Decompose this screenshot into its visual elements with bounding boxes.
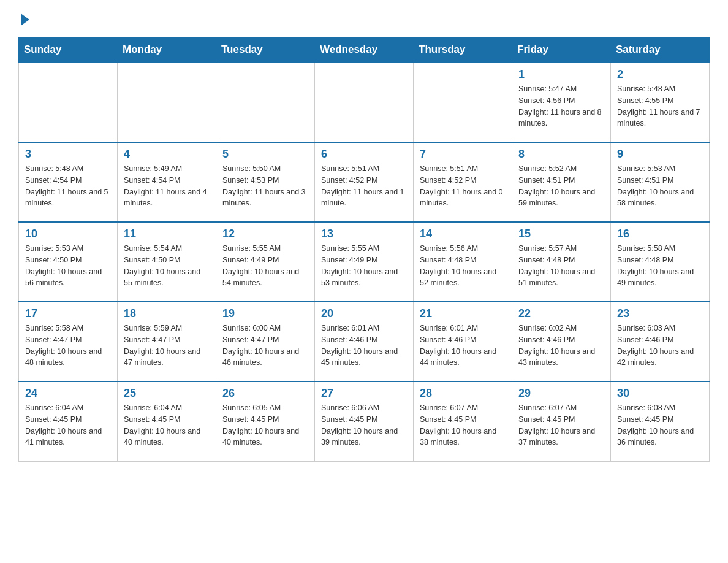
day-number: 22 — [518, 307, 605, 320]
weekday-header-sunday: Sunday — [19, 37, 118, 63]
calendar-cell: 28Sunrise: 6:07 AM Sunset: 4:45 PM Dayli… — [414, 381, 512, 461]
week-row-1: 1Sunrise: 5:47 AM Sunset: 4:56 PM Daylig… — [19, 63, 710, 142]
calendar-cell: 18Sunrise: 5:59 AM Sunset: 4:47 PM Dayli… — [118, 302, 216, 381]
calendar-cell: 2Sunrise: 5:48 AM Sunset: 4:55 PM Daylig… — [611, 63, 710, 142]
calendar-cell: 15Sunrise: 5:57 AM Sunset: 4:48 PM Dayli… — [512, 222, 611, 302]
day-info: Sunrise: 5:55 AM Sunset: 4:49 PM Dayligh… — [321, 243, 408, 289]
weekday-header-monday: Monday — [118, 37, 216, 63]
day-number: 27 — [321, 387, 408, 400]
day-number: 30 — [617, 387, 704, 400]
calendar-cell: 11Sunrise: 5:54 AM Sunset: 4:50 PM Dayli… — [118, 222, 216, 302]
day-info: Sunrise: 5:47 AM Sunset: 4:56 PM Dayligh… — [518, 83, 605, 129]
day-info: Sunrise: 5:59 AM Sunset: 4:47 PM Dayligh… — [124, 323, 211, 369]
day-info: Sunrise: 5:56 AM Sunset: 4:48 PM Dayligh… — [420, 243, 507, 289]
weekday-header-friday: Friday — [512, 37, 611, 63]
calendar-cell — [216, 63, 315, 142]
day-info: Sunrise: 6:00 AM Sunset: 4:47 PM Dayligh… — [222, 323, 309, 369]
calendar-cell: 16Sunrise: 5:58 AM Sunset: 4:48 PM Dayli… — [611, 222, 710, 302]
weekday-header-wednesday: Wednesday — [315, 37, 414, 63]
day-info: Sunrise: 5:52 AM Sunset: 4:51 PM Dayligh… — [518, 163, 605, 209]
calendar-cell: 19Sunrise: 6:00 AM Sunset: 4:47 PM Dayli… — [216, 302, 315, 381]
calendar-cell: 17Sunrise: 5:58 AM Sunset: 4:47 PM Dayli… — [19, 302, 118, 381]
day-info: Sunrise: 5:51 AM Sunset: 4:52 PM Dayligh… — [420, 163, 507, 209]
calendar-cell — [315, 63, 414, 142]
day-number: 25 — [124, 387, 211, 400]
day-info: Sunrise: 5:58 AM Sunset: 4:47 PM Dayligh… — [25, 323, 112, 369]
calendar-cell: 25Sunrise: 6:04 AM Sunset: 4:45 PM Dayli… — [118, 381, 216, 461]
day-info: Sunrise: 6:04 AM Sunset: 4:45 PM Dayligh… — [25, 402, 112, 448]
day-info: Sunrise: 6:01 AM Sunset: 4:46 PM Dayligh… — [420, 323, 507, 369]
day-info: Sunrise: 6:02 AM Sunset: 4:46 PM Dayligh… — [518, 323, 605, 369]
day-number: 6 — [321, 148, 408, 161]
calendar-cell: 8Sunrise: 5:52 AM Sunset: 4:51 PM Daylig… — [512, 142, 611, 222]
calendar-cell: 6Sunrise: 5:51 AM Sunset: 4:52 PM Daylig… — [315, 142, 414, 222]
calendar-cell: 21Sunrise: 6:01 AM Sunset: 4:46 PM Dayli… — [414, 302, 512, 381]
day-info: Sunrise: 5:53 AM Sunset: 4:51 PM Dayligh… — [617, 163, 704, 209]
calendar-cell: 27Sunrise: 6:06 AM Sunset: 4:45 PM Dayli… — [315, 381, 414, 461]
weekday-header-thursday: Thursday — [414, 37, 512, 63]
day-number: 20 — [321, 307, 408, 320]
calendar-cell — [118, 63, 216, 142]
day-info: Sunrise: 6:07 AM Sunset: 4:45 PM Dayligh… — [420, 402, 507, 448]
day-number: 13 — [321, 228, 408, 240]
day-number: 2 — [617, 68, 704, 81]
calendar-cell: 7Sunrise: 5:51 AM Sunset: 4:52 PM Daylig… — [414, 142, 512, 222]
day-info: Sunrise: 5:54 AM Sunset: 4:50 PM Dayligh… — [124, 243, 211, 289]
day-number: 8 — [518, 148, 605, 161]
day-number: 17 — [25, 307, 112, 320]
calendar-cell: 24Sunrise: 6:04 AM Sunset: 4:45 PM Dayli… — [19, 381, 118, 461]
day-info: Sunrise: 6:03 AM Sunset: 4:46 PM Dayligh… — [617, 323, 704, 369]
day-number: 29 — [518, 387, 605, 400]
day-number: 19 — [222, 307, 309, 320]
calendar-cell — [19, 63, 118, 142]
day-number: 7 — [420, 148, 507, 161]
page-header — [18, 12, 710, 25]
day-number: 26 — [222, 387, 309, 400]
calendar-cell: 22Sunrise: 6:02 AM Sunset: 4:46 PM Dayli… — [512, 302, 611, 381]
weekday-header-tuesday: Tuesday — [216, 37, 315, 63]
calendar-cell: 14Sunrise: 5:56 AM Sunset: 4:48 PM Dayli… — [414, 222, 512, 302]
calendar-cell: 30Sunrise: 6:08 AM Sunset: 4:45 PM Dayli… — [611, 381, 710, 461]
calendar-cell: 10Sunrise: 5:53 AM Sunset: 4:50 PM Dayli… — [19, 222, 118, 302]
day-info: Sunrise: 6:07 AM Sunset: 4:45 PM Dayligh… — [518, 402, 605, 448]
day-info: Sunrise: 5:55 AM Sunset: 4:49 PM Dayligh… — [222, 243, 309, 289]
day-info: Sunrise: 6:04 AM Sunset: 4:45 PM Dayligh… — [124, 402, 211, 448]
day-number: 12 — [222, 228, 309, 240]
calendar-cell: 23Sunrise: 6:03 AM Sunset: 4:46 PM Dayli… — [611, 302, 710, 381]
day-number: 11 — [124, 228, 211, 240]
day-number: 23 — [617, 307, 704, 320]
day-info: Sunrise: 6:01 AM Sunset: 4:46 PM Dayligh… — [321, 323, 408, 369]
logo-top — [18, 12, 29, 26]
calendar-cell: 5Sunrise: 5:50 AM Sunset: 4:53 PM Daylig… — [216, 142, 315, 222]
day-number: 5 — [222, 148, 309, 161]
day-number: 15 — [518, 228, 605, 240]
day-info: Sunrise: 6:06 AM Sunset: 4:45 PM Dayligh… — [321, 402, 408, 448]
day-info: Sunrise: 5:58 AM Sunset: 4:48 PM Dayligh… — [617, 243, 704, 289]
day-info: Sunrise: 5:48 AM Sunset: 4:54 PM Dayligh… — [25, 163, 112, 209]
day-info: Sunrise: 5:53 AM Sunset: 4:50 PM Dayligh… — [25, 243, 112, 289]
calendar-cell: 26Sunrise: 6:05 AM Sunset: 4:45 PM Dayli… — [216, 381, 315, 461]
day-number: 1 — [518, 68, 605, 81]
day-number: 3 — [25, 148, 112, 161]
calendar-cell: 1Sunrise: 5:47 AM Sunset: 4:56 PM Daylig… — [512, 63, 611, 142]
calendar-cell: 12Sunrise: 5:55 AM Sunset: 4:49 PM Dayli… — [216, 222, 315, 302]
calendar-cell — [414, 63, 512, 142]
day-number: 28 — [420, 387, 507, 400]
logo-arrow-icon — [21, 13, 29, 26]
week-row-4: 17Sunrise: 5:58 AM Sunset: 4:47 PM Dayli… — [19, 302, 710, 381]
day-info: Sunrise: 6:05 AM Sunset: 4:45 PM Dayligh… — [222, 402, 309, 448]
calendar-cell: 4Sunrise: 5:49 AM Sunset: 4:54 PM Daylig… — [118, 142, 216, 222]
day-info: Sunrise: 5:57 AM Sunset: 4:48 PM Dayligh… — [518, 243, 605, 289]
day-info: Sunrise: 5:51 AM Sunset: 4:52 PM Dayligh… — [321, 163, 408, 209]
day-number: 24 — [25, 387, 112, 400]
week-row-2: 3Sunrise: 5:48 AM Sunset: 4:54 PM Daylig… — [19, 142, 710, 222]
day-info: Sunrise: 5:49 AM Sunset: 4:54 PM Dayligh… — [124, 163, 211, 209]
day-number: 14 — [420, 228, 507, 240]
day-number: 9 — [617, 148, 704, 161]
weekday-header-row: SundayMondayTuesdayWednesdayThursdayFrid… — [19, 37, 710, 63]
day-number: 4 — [124, 148, 211, 161]
day-number: 10 — [25, 228, 112, 240]
calendar-cell: 20Sunrise: 6:01 AM Sunset: 4:46 PM Dayli… — [315, 302, 414, 381]
day-info: Sunrise: 5:48 AM Sunset: 4:55 PM Dayligh… — [617, 83, 704, 129]
day-info: Sunrise: 5:50 AM Sunset: 4:53 PM Dayligh… — [222, 163, 309, 209]
